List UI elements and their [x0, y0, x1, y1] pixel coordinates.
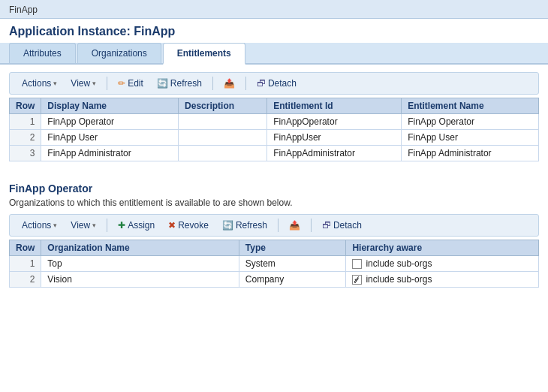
cell-display-name: FinApp Operator	[41, 114, 179, 130]
actions-label: Actions	[22, 78, 51, 89]
orgs-refresh-label: Refresh	[236, 220, 267, 231]
page-title: Application Instance: FinApp	[0, 19, 548, 43]
orgs-view-label: View	[71, 220, 90, 231]
hierarchy-label: include sub-orgs	[366, 258, 432, 269]
orgs-toolbar: Actions ▾ View ▾ ✚ Assign ✖ Revoke 🔄 Ref…	[9, 214, 539, 237]
sub-section-desc: Organizations to which this entitlement …	[9, 198, 539, 208]
entitlements-refresh-button[interactable]: 🔄 Refresh	[151, 76, 208, 91]
toolbar-sep-2	[212, 77, 213, 90]
table-row[interactable]: 2 FinApp User FinAppUser FinApp User	[10, 130, 539, 146]
cell-hierarchy: include sub-orgs	[346, 256, 539, 272]
assign-icon: ✚	[118, 220, 125, 231]
orgs-export-icon: 📤	[289, 220, 300, 231]
cell-row-num: 2	[10, 272, 41, 288]
tabs-bar: Attributes Organizations Entitlements	[0, 43, 548, 65]
table-row[interactable]: 2 Vision Company ✓ include sub-orgs	[10, 272, 539, 288]
cell-org-name: Vision	[41, 272, 239, 288]
entitlements-section: Actions ▾ View ▾ ✏ Edit 🔄 Refresh 📤	[0, 65, 548, 166]
orgs-col-name: Organization Name	[41, 240, 239, 256]
orgs-refresh-icon: 🔄	[222, 220, 233, 231]
cell-display-name: FinApp Administrator	[41, 146, 179, 161]
cell-description	[179, 114, 267, 130]
table-row[interactable]: 3 FinApp Administrator FinAppAdministrat…	[10, 146, 539, 161]
entitlements-toolbar: Actions ▾ View ▾ ✏ Edit 🔄 Refresh 📤	[9, 72, 539, 95]
entitlements-table: Row Display Name Description Entitlement…	[9, 98, 539, 161]
orgs-actions-arrow: ▾	[53, 222, 57, 229]
table-row[interactable]: 1 FinApp Operator FinAppOperator FinApp …	[10, 114, 539, 130]
orgs-export-button[interactable]: 📤	[283, 218, 306, 233]
revoke-icon: ✖	[168, 220, 176, 231]
orgs-sep-1	[107, 219, 107, 232]
cell-description	[179, 130, 267, 146]
orgs-detach-label: Detach	[333, 220, 362, 231]
entitlements-export-button[interactable]: 📤	[218, 76, 241, 91]
col-row: Row	[10, 98, 41, 114]
export-icon: 📤	[224, 78, 235, 89]
orgs-col-type: Type	[239, 240, 346, 256]
orgs-detach-button[interactable]: 🗗 Detach	[316, 218, 368, 233]
edit-label: Edit	[128, 78, 143, 89]
view-dropdown-arrow: ▾	[92, 80, 96, 87]
tab-attributes[interactable]: Attributes	[9, 43, 76, 63]
app-header: FinApp	[0, 0, 548, 19]
cell-row-num: 3	[10, 146, 41, 161]
cell-row-num: 1	[10, 256, 41, 272]
entitlements-view-button[interactable]: View ▾	[65, 76, 102, 91]
tab-entitlements[interactable]: Entitlements	[163, 43, 245, 65]
orgs-actions-button[interactable]: Actions ▾	[16, 218, 63, 233]
col-description: Description	[179, 98, 267, 114]
actions-dropdown-arrow: ▾	[53, 80, 57, 87]
col-entitlement-id: Entitlement Id	[267, 98, 402, 114]
revoke-label: Revoke	[178, 220, 209, 231]
cell-entitlement-name: FinApp Operator	[402, 114, 539, 130]
cell-row-num: 1	[10, 114, 41, 130]
app-name: FinApp	[9, 5, 38, 15]
page-container: FinApp Application Instance: FinApp Attr…	[0, 0, 548, 392]
orgs-col-hierarchy: Hierarchy aware	[346, 240, 539, 256]
toolbar-sep-3	[245, 77, 246, 90]
detach-icon: 🗗	[257, 78, 266, 89]
orgs-col-row: Row	[10, 240, 41, 256]
refresh-label: Refresh	[170, 78, 202, 89]
org-section: FinApp Operator Organizations to which t…	[0, 166, 548, 292]
refresh-icon: 🔄	[157, 78, 168, 89]
orgs-detach-icon: 🗗	[322, 220, 331, 231]
orgs-refresh-button[interactable]: 🔄 Refresh	[216, 218, 273, 233]
cell-type: System	[239, 256, 346, 272]
cell-entitlement-id: FinAppUser	[267, 130, 402, 146]
cell-description	[179, 146, 267, 161]
orgs-sep-2	[278, 219, 279, 232]
hierarchy-label: include sub-orgs	[366, 274, 432, 285]
orgs-revoke-button[interactable]: ✖ Revoke	[162, 218, 215, 233]
cell-display-name: FinApp User	[41, 130, 179, 146]
orgs-table: Row Organization Name Type Hierarchy awa…	[9, 240, 539, 288]
tab-organizations[interactable]: Organizations	[77, 43, 161, 63]
cell-entitlement-name: FinApp Administrator	[402, 146, 539, 161]
cell-hierarchy: ✓ include sub-orgs	[346, 272, 539, 288]
cell-entitlement-id: FinAppOperator	[267, 114, 402, 130]
edit-icon: ✏	[118, 78, 125, 89]
entitlements-edit-button[interactable]: ✏ Edit	[112, 76, 149, 91]
view-label: View	[71, 78, 90, 89]
orgs-view-button[interactable]: View ▾	[65, 218, 102, 233]
col-entitlement-name: Entitlement Name	[402, 98, 539, 114]
hierarchy-checkbox[interactable]	[352, 259, 362, 269]
col-display-name: Display Name	[41, 98, 179, 114]
orgs-sep-3	[311, 219, 312, 232]
orgs-actions-label: Actions	[22, 220, 51, 231]
toolbar-sep-1	[107, 77, 107, 90]
entitlements-actions-button[interactable]: Actions ▾	[16, 76, 63, 91]
detach-label: Detach	[268, 78, 297, 89]
orgs-view-arrow: ▾	[92, 222, 96, 229]
entitlements-detach-button[interactable]: 🗗 Detach	[251, 76, 303, 91]
cell-type: Company	[239, 272, 346, 288]
cell-org-name: Top	[41, 256, 239, 272]
assign-label: Assign	[128, 220, 155, 231]
cell-row-num: 2	[10, 130, 41, 146]
sub-section-title: FinApp Operator	[9, 182, 539, 194]
hierarchy-checkbox[interactable]: ✓	[352, 275, 362, 285]
cell-entitlement-id: FinAppAdministrator	[267, 146, 402, 161]
cell-entitlement-name: FinApp User	[402, 130, 539, 146]
orgs-assign-button[interactable]: ✚ Assign	[112, 218, 161, 233]
table-row[interactable]: 1 Top System include sub-orgs	[10, 256, 539, 272]
